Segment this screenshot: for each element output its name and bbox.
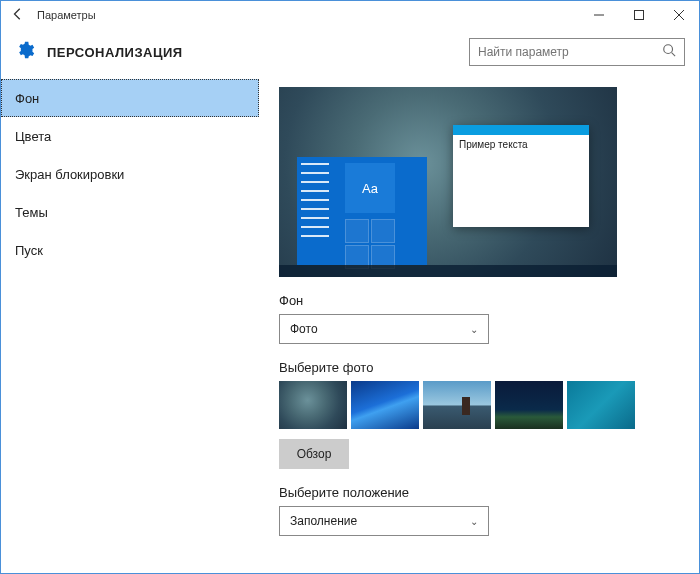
photo-thumb[interactable] [279, 381, 347, 429]
search-icon [662, 43, 676, 61]
close-button[interactable] [659, 1, 699, 29]
sidebar-item-colors[interactable]: Цвета [1, 117, 259, 155]
sidebar-item-background[interactable]: Фон [1, 79, 259, 117]
desktop-preview: Aa Пример текста [279, 87, 617, 277]
sidebar-item-start[interactable]: Пуск [1, 231, 259, 269]
sidebar-item-label: Пуск [15, 243, 43, 258]
photo-thumb[interactable] [495, 381, 563, 429]
photo-thumb[interactable] [567, 381, 635, 429]
chevron-down-icon: ⌄ [470, 516, 478, 527]
gear-icon [15, 40, 35, 64]
preview-window: Пример текста [453, 125, 589, 227]
page-title: ПЕРСОНАЛИЗАЦИЯ [47, 45, 183, 60]
background-dropdown[interactable]: Фото ⌄ [279, 314, 489, 344]
maximize-button[interactable] [619, 1, 659, 29]
position-dropdown[interactable]: Заполнение ⌄ [279, 506, 489, 536]
dropdown-value: Фото [290, 322, 318, 336]
photo-thumbnails [279, 381, 679, 429]
chevron-down-icon: ⌄ [470, 324, 478, 335]
sidebar: Фон Цвета Экран блокировки Темы Пуск [1, 75, 259, 573]
sidebar-item-label: Фон [15, 91, 39, 106]
titlebar: Параметры [1, 1, 699, 29]
window-title: Параметры [37, 9, 96, 21]
search-input[interactable] [478, 45, 662, 59]
header: ПЕРСОНАЛИЗАЦИЯ [1, 29, 699, 75]
svg-rect-0 [635, 11, 644, 20]
sidebar-item-lockscreen[interactable]: Экран блокировки [1, 155, 259, 193]
window-controls [579, 1, 699, 29]
sidebar-item-label: Цвета [15, 129, 51, 144]
minimize-button[interactable] [579, 1, 619, 29]
sidebar-item-themes[interactable]: Темы [1, 193, 259, 231]
svg-point-1 [664, 45, 673, 54]
sidebar-item-label: Темы [15, 205, 48, 220]
sidebar-item-label: Экран блокировки [15, 167, 124, 182]
choose-photo-label: Выберите фото [279, 360, 679, 375]
preview-aa-tile: Aa [345, 163, 395, 213]
position-label: Выберите положение [279, 485, 679, 500]
search-box[interactable] [469, 38, 685, 66]
photo-thumb[interactable] [351, 381, 419, 429]
browse-button[interactable]: Обзор [279, 439, 349, 469]
preview-start-menu: Aa [297, 157, 427, 265]
background-label: Фон [279, 293, 679, 308]
preview-taskbar [279, 265, 617, 277]
preview-sample-text: Пример текста [453, 135, 589, 154]
dropdown-value: Заполнение [290, 514, 357, 528]
photo-thumb[interactable] [423, 381, 491, 429]
back-button[interactable] [11, 7, 29, 24]
content: Aa Пример текста Фон Фото ⌄ Выберите фот… [259, 75, 699, 573]
